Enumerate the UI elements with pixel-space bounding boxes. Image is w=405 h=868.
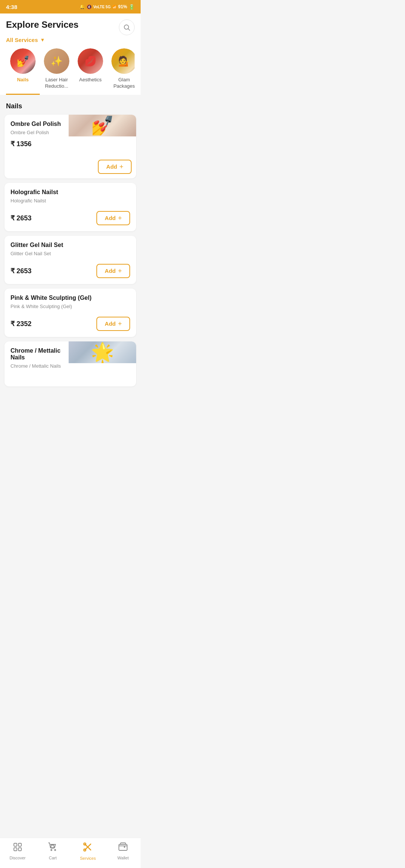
service-desc-chrome: Chrome / Mettalic Nails (10, 363, 69, 369)
card-bottom-pinkwhite: ₹ 2352 Add + (10, 317, 130, 331)
plus-icon-holografic: + (118, 215, 122, 221)
section-title: Nails (0, 95, 141, 115)
add-button-glitter[interactable]: Add + (96, 264, 130, 278)
service-price-pinkwhite: ₹ 2352 (10, 320, 32, 328)
card-bottom-glitter: ₹ 2653 Add + (10, 264, 130, 278)
service-info-chrome: Chrome / Mettalic Nails Chrome / Mettali… (4, 341, 69, 379)
service-name-glitter: Glitter Gel Nail Set (10, 242, 130, 248)
service-desc-pinkwhite: Pink & White Sculpting (Gel) (10, 304, 130, 309)
service-card-chrome: Chrome / Mettalic Nails Chrome / Mettali… (4, 341, 136, 386)
card-bottom-holografic: ₹ 2653 Add + (10, 211, 130, 225)
signal-icon: 📶 (112, 5, 117, 9)
service-name-pinkwhite: Pink & White Sculpting (Gel) (10, 295, 130, 301)
add-button-holografic[interactable]: Add + (96, 211, 130, 225)
service-name-chrome: Chrome / Mettalic Nails (10, 347, 69, 361)
service-info-ombre: Ombre Gel Polish Ombre Gel Polish ₹ 1356 (4, 115, 69, 154)
mute-icon: 🔇 (87, 4, 92, 9)
add-label-ombre: Add (106, 163, 117, 170)
battery-label: 91% (118, 4, 127, 9)
search-button[interactable] (119, 19, 135, 35)
add-button-ombre[interactable]: Add + (98, 160, 132, 174)
chevron-down-icon: ▼ (40, 37, 45, 43)
services-list: Ombre Gel Polish Ombre Gel Polish ₹ 1356… (0, 115, 141, 386)
add-label-pinkwhite: Add (105, 320, 116, 327)
page-title: Explore Services (6, 19, 78, 30)
service-desc-holografic: Holografic Nailst (10, 198, 130, 204)
category-nails[interactable]: 💅 Nails (6, 48, 40, 95)
service-card-glitter: Glitter Gel Nail Set Glitter Gel Nail Se… (4, 236, 136, 284)
category-glam[interactable]: 💁 GlamPackages (107, 48, 135, 95)
category-scroll: 💅 Nails ✨ Laser HairReductio... 💋 Aesthe… (6, 43, 135, 95)
battery-icon: 🔋 (129, 4, 135, 10)
service-image-chrome: 🌟 (69, 341, 136, 386)
header: Explore Services All Services ▼ 💅 Nails … (0, 13, 141, 95)
add-label-holografic: Add (105, 215, 116, 221)
service-name-holografic: Holografic Nailst (10, 189, 130, 196)
plus-icon-glitter: + (118, 268, 122, 274)
add-label-glitter: Add (105, 268, 116, 274)
service-desc-ombre: Ombre Gel Polish (10, 130, 69, 135)
status-time: 4:38 (6, 4, 17, 10)
service-info-holografic: Holografic Nailst Holografic Nailst (10, 189, 130, 208)
add-button-pinkwhite[interactable]: Add + (96, 317, 130, 331)
all-services-label: All Services (6, 37, 38, 43)
category-laser[interactable]: ✨ Laser HairReductio... (40, 48, 74, 95)
service-desc-glitter: Glitter Gel Nail Set (10, 251, 130, 256)
service-card-pinkwhite: Pink & White Sculpting (Gel) Pink & Whit… (4, 289, 136, 337)
service-image-ombre: 💅 Add + (69, 115, 136, 178)
category-glam-label: GlamPackages (113, 77, 135, 90)
service-price-ombre: ₹ 1356 (10, 140, 69, 148)
status-bar: 4:38 🔔 🔇 VoLTE 5G 📶 91% 🔋 (0, 0, 141, 13)
service-info-pinkwhite: Pink & White Sculpting (Gel) Pink & Whit… (10, 295, 130, 314)
alarm-icon: 🔔 (80, 4, 85, 9)
svg-line-1 (128, 29, 130, 31)
plus-icon-ombre: + (119, 163, 123, 170)
status-icons: 🔔 🔇 VoLTE 5G 📶 91% 🔋 (80, 4, 135, 10)
category-aesthetics[interactable]: 💋 Aesthetics (74, 48, 107, 95)
plus-icon-pinkwhite: + (118, 320, 122, 327)
service-price-glitter: ₹ 2653 (10, 267, 32, 275)
category-aesthetics-label: Aesthetics (79, 77, 102, 83)
category-laser-label: Laser HairReductio... (45, 77, 68, 90)
all-services-dropdown[interactable]: All Services ▼ (6, 37, 135, 43)
svg-point-0 (124, 25, 129, 29)
service-card-ombre: Ombre Gel Polish Ombre Gel Polish ₹ 1356… (4, 115, 136, 178)
search-icon (123, 24, 130, 31)
service-card-holografic: Holografic Nailst Holografic Nailst ₹ 26… (4, 183, 136, 231)
category-nails-label: Nails (17, 77, 28, 83)
network-icon: VoLTE 5G (93, 5, 111, 9)
service-price-holografic: ₹ 2653 (10, 214, 32, 222)
service-name-ombre: Ombre Gel Polish (10, 121, 69, 127)
service-info-glitter: Glitter Gel Nail Set Glitter Gel Nail Se… (10, 242, 130, 261)
